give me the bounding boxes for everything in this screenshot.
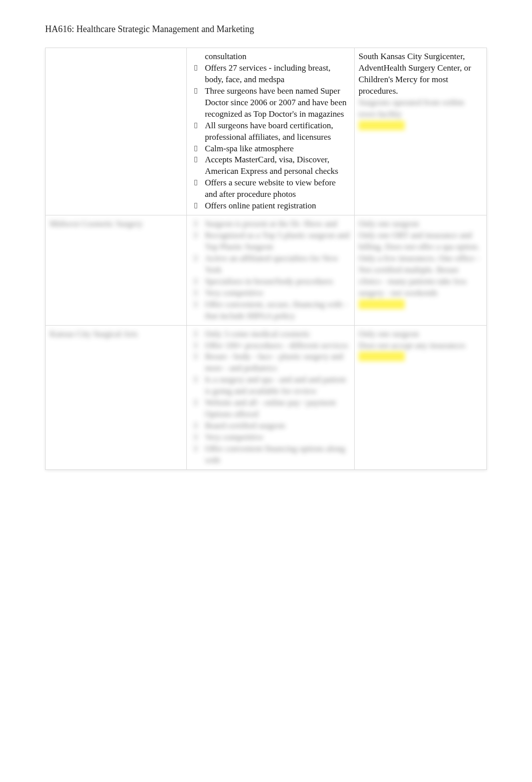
blur-overlay: Surgeons operated from within town facil… xyxy=(359,97,482,132)
list-item: Only 3 come medical cosmetic xyxy=(191,329,350,340)
list-item: Offers online patient registration xyxy=(191,200,350,212)
cell-competitor-name xyxy=(46,48,187,215)
cell-strengths: Only 3 come medical cosmetic Offer 100+ … xyxy=(186,325,354,469)
list-item: Very competitive xyxy=(191,432,350,443)
list-item-text: Calm-spa like atmosphere xyxy=(205,144,294,153)
list-item-text: Offer convenient financing options along… xyxy=(205,444,345,465)
list-item: Recognized as a Top 5 plastic surgeon an… xyxy=(191,230,350,253)
list-item: consultation xyxy=(191,51,350,63)
list-item-text: consultation xyxy=(205,52,246,61)
highlight: See comment xyxy=(359,352,405,361)
list-item-text: Website and all - online pay / payment O… xyxy=(205,398,336,419)
row-label: Kansas City Surgical Arts xyxy=(50,326,138,339)
clear-text: South Kansas City Surgicenter, AdventHea… xyxy=(359,51,482,97)
blurred-text: Surgeons operated from within town facil… xyxy=(359,98,464,119)
cell-weaknesses: Only one surgeon Does not accept any ins… xyxy=(354,325,486,469)
cell-strengths: Surgeon is present at the Dr. Show and R… xyxy=(186,215,354,325)
blurred-text: Only one ORT and insurance and billing. … xyxy=(359,230,480,298)
list-item-text: Offer 100+ procedures - different servic… xyxy=(205,341,348,350)
blur-overlay: Only one surgeon Does not accept any ins… xyxy=(359,329,482,363)
list-item-text: Offer convenient, secure, financing with… xyxy=(205,300,347,321)
list-item: Very competitive xyxy=(191,288,350,299)
list-item: Offer 100+ procedures - different servic… xyxy=(191,340,350,352)
list-item: Board certified surgeon xyxy=(191,420,350,432)
blurred-text: Only one surgeon xyxy=(359,329,419,339)
blur-overlay: Midwest Cosmetic Surgery xyxy=(50,218,182,230)
table-row: Kansas City Surgical Arts Only 3 come me… xyxy=(46,325,487,469)
comparison-table: consultation Offers 27 services - includ… xyxy=(45,48,487,470)
bullet-list: consultation Offers 27 services - includ… xyxy=(191,51,350,212)
list-item-text: Only 3 come medical cosmetic xyxy=(205,329,311,339)
row-label: Midwest Cosmetic Surgery xyxy=(50,216,143,228)
list-item-text: Offers a secure website to view before a… xyxy=(205,178,336,199)
blur-overlay: Only one surgeon Only one ORT and insura… xyxy=(359,218,482,311)
list-item: Website and all - online pay / payment O… xyxy=(191,397,350,420)
list-item: Offers a secure website to view before a… xyxy=(191,177,350,200)
list-item: Active an affiliated specialties for New… xyxy=(191,253,350,276)
list-item-text: Specializes in breast/body procedures xyxy=(205,277,333,286)
cell-weaknesses: South Kansas City Surgicenter, AdventHea… xyxy=(354,48,486,215)
list-item: Three surgeons have been named Super Doc… xyxy=(191,86,350,120)
highlight: See comment xyxy=(359,300,405,309)
blur-overlay: Only 3 come medical cosmetic Offer 100+ … xyxy=(191,329,350,466)
list-item-text: Is a surgery and spa - and and and patie… xyxy=(205,375,346,396)
list-item-text: Offers 27 services - including breast, b… xyxy=(205,63,331,84)
list-item: Calm-spa like atmosphere xyxy=(191,143,350,155)
highlight: See comment xyxy=(359,121,405,130)
blur-overlay: Kansas City Surgical Arts xyxy=(50,329,182,340)
list-item-text: All surgeons have board certification, p… xyxy=(205,121,333,142)
list-item: Accepts MasterCard, visa, Discover, Amer… xyxy=(191,154,350,177)
list-item: Specializes in breast/body procedures xyxy=(191,276,350,288)
list-item: Offers 27 services - including breast, b… xyxy=(191,63,350,86)
list-item-text: Three surgeons have been named Super Doc… xyxy=(205,86,347,119)
cell-weaknesses: Only one surgeon Only one ORT and insura… xyxy=(354,215,486,325)
document-page: HA616: Healthcare Strategic Management a… xyxy=(0,0,532,515)
list-item: Surgeon is present at the Dr. Show and xyxy=(191,218,350,230)
cell-strengths: consultation Offers 27 services - includ… xyxy=(186,48,354,215)
bullet-list: Only 3 come medical cosmetic Offer 100+ … xyxy=(191,329,350,466)
cell-competitor-name: Kansas City Surgical Arts xyxy=(46,325,187,469)
bullet-list: Surgeon is present at the Dr. Show and R… xyxy=(191,218,350,322)
cell-competitor-name: Midwest Cosmetic Surgery xyxy=(46,215,187,325)
blurred-text: Does not accept any insurances xyxy=(359,341,465,350)
list-item-text: Accepts MasterCard, visa, Discover, Amer… xyxy=(205,155,338,176)
list-item-text: Breast - body - face - plastic surgery a… xyxy=(205,352,343,373)
table-row: Midwest Cosmetic Surgery Surgeon is pres… xyxy=(46,215,487,325)
list-item-text: Board certified surgeon xyxy=(205,421,285,430)
list-item: Offer convenient, secure, financing with… xyxy=(191,299,350,322)
list-item: All surgeons have board certification, p… xyxy=(191,120,350,143)
list-item: Offer convenient financing options along… xyxy=(191,443,350,466)
blur-overlay: Surgeon is present at the Dr. Show and R… xyxy=(191,218,350,322)
list-item-text: Very competitive xyxy=(205,288,263,298)
list-item-text: Surgeon is present at the Dr. Show and xyxy=(205,219,337,228)
table-row: consultation Offers 27 services - includ… xyxy=(46,48,487,215)
list-item-text: Very competitive xyxy=(205,432,263,442)
list-item-text: Active an affiliated specialties for New… xyxy=(205,253,338,275)
blurred-text: Only one surgeon xyxy=(359,219,419,228)
page-header: HA616: Healthcare Strategic Management a… xyxy=(45,24,487,35)
list-item-text: Offers online patient registration xyxy=(205,201,316,210)
list-item-text: Recognized as a Top 5 plastic surgeon an… xyxy=(205,230,350,251)
list-item: Is a surgery and spa - and and and patie… xyxy=(191,374,350,397)
list-item: Breast - body - face - plastic surgery a… xyxy=(191,351,350,374)
